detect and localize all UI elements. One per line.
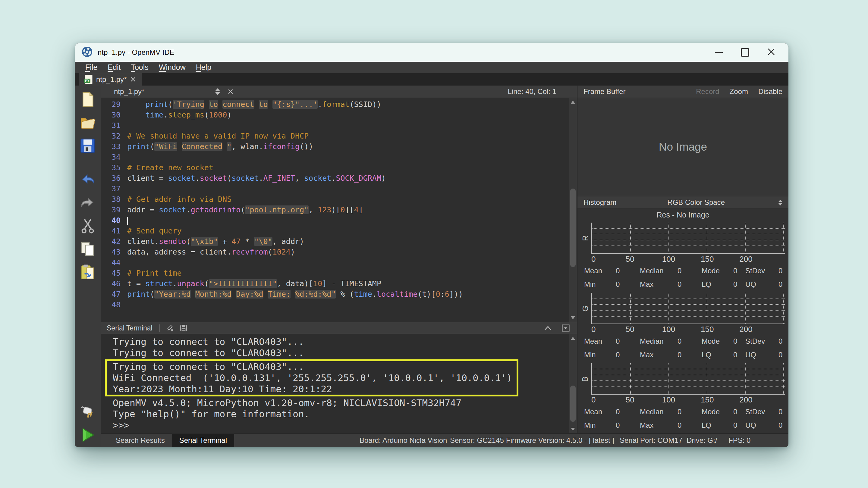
code-line-44[interactable]: 44 — [101, 257, 577, 268]
code-line-35[interactable]: 35# Create new socket — [101, 162, 577, 173]
zoom-button[interactable]: Zoom — [730, 87, 748, 96]
record-button: Record — [696, 87, 719, 96]
clear-terminal-icon[interactable] — [166, 324, 174, 332]
histogram-channel-b: B050100150200Mean0Median0Mode0StDev0Min0… — [579, 361, 786, 432]
disable-button[interactable]: Disable — [758, 87, 782, 96]
scroll-up-icon[interactable] — [571, 337, 575, 340]
undo-icon[interactable] — [79, 171, 96, 188]
cursor-position: Line: 40, Col: 1 — [508, 87, 556, 96]
no-image-placeholder: No Image — [659, 141, 707, 153]
code-line-41[interactable]: 41# Send query — [101, 226, 577, 236]
channel-plot-b — [591, 363, 785, 395]
code-line-42[interactable]: 42client.sendto("\x1b" + 47 * "\0", addr… — [101, 236, 577, 247]
editor-scroll-thumb[interactable] — [570, 189, 576, 267]
channel-axis-ticks: 050100150200 — [591, 254, 786, 264]
line-number: 34 — [101, 152, 121, 162]
terminal-scrollbar[interactable] — [569, 334, 577, 433]
paste-icon[interactable] — [79, 264, 96, 281]
channel-axis-ticks: 050100150200 — [591, 324, 786, 334]
code-line-48[interactable]: 48 — [101, 299, 577, 310]
terminal-line: Year:2023 Month:11 Day:10 Time: 20:1:22 — [107, 384, 517, 395]
code-line-34[interactable]: 34 — [101, 152, 577, 162]
editor-close-icon[interactable] — [228, 89, 233, 94]
terminal-lines: Trying to connect to "CLARO403"...Trying… — [105, 336, 568, 431]
terminal-highlight-box: Trying to connect to "CLARO403"...WiFi C… — [105, 359, 518, 396]
status-field-firmware-version: Firmware Version: 4.5.0 - [ latest ] — [506, 434, 614, 447]
collapse-terminal-icon[interactable] — [544, 326, 552, 330]
code-line-47[interactable]: 47print("Year:%d Month:%d Day:%d Time: %… — [101, 289, 577, 299]
frame-buffer-view: No Image — [578, 98, 788, 196]
code-area[interactable]: 29 print('Trying to connect to "{:s}"...… — [101, 98, 577, 322]
code-text: print("WiFi Connected ", wlan.ifconfig()… — [121, 141, 313, 152]
close-button[interactable] — [767, 48, 775, 57]
scroll-down-icon[interactable] — [571, 428, 575, 431]
scroll-up-icon[interactable] — [571, 101, 575, 104]
code-text: # We should have a valid IP now via DHCP — [121, 131, 309, 141]
code-text: addr = socket.getaddrinfo("pool.ntp.org"… — [121, 204, 363, 215]
code-text: # Get addr info via DNS — [121, 194, 231, 204]
editor-scrollbar[interactable] — [569, 98, 577, 322]
code-line-40[interactable]: 40 — [101, 215, 577, 226]
terminal-line: WiFi Connected ('10.0.0.131', '255.255.2… — [107, 372, 517, 384]
popout-terminal-icon[interactable] — [562, 324, 569, 332]
save-log-icon[interactable] — [180, 324, 187, 332]
status-field-fps: FPS: 0 — [728, 434, 750, 447]
code-line-30[interactable]: 30 time.sleep_ms(1000) — [101, 110, 577, 120]
code-line-33[interactable]: 33print("WiFi Connected ", wlan.ifconfig… — [101, 141, 577, 152]
code-line-39[interactable]: 39addr = socket.getaddrinfo("pool.ntp.or… — [101, 204, 577, 215]
serial-terminal-title: Serial Terminal — [107, 324, 153, 332]
code-line-31[interactable]: 31 — [101, 120, 577, 131]
maximize-button[interactable] — [741, 48, 749, 57]
tab-close-icon[interactable] — [130, 77, 135, 82]
open-folder-icon[interactable] — [79, 114, 96, 131]
new-file-icon[interactable] — [79, 91, 96, 108]
tab-label: ntp_1.py* — [96, 75, 127, 84]
line-number: 31 — [101, 120, 121, 131]
code-line-29[interactable]: 29 print('Trying to connect to "{:s}"...… — [101, 99, 577, 110]
minimize-button[interactable] — [715, 52, 723, 53]
code-text — [121, 120, 127, 131]
run-script-icon[interactable] — [79, 427, 96, 444]
menu-window[interactable]: Window — [154, 63, 191, 72]
channel-plot-r — [591, 223, 785, 254]
status-tab-serial-terminal[interactable]: Serial Terminal — [172, 434, 234, 447]
color-space-select[interactable]: RGB Color Space — [616, 198, 776, 207]
save-icon[interactable] — [79, 137, 96, 154]
histogram-header: Histogram RGB Color Space — [578, 196, 788, 209]
channel-plot-g — [591, 293, 785, 324]
title-bar[interactable]: ntp_1.py - OpenMV IDE — [75, 43, 788, 62]
cut-icon[interactable] — [79, 217, 96, 234]
code-line-32[interactable]: 32# We should have a valid IP now via DH… — [101, 131, 577, 141]
histogram-channel-r: R050100150200Mean0Median0Mode0StDev0Min0… — [579, 221, 786, 291]
openmv-logo-icon — [82, 46, 93, 59]
line-number: 35 — [101, 162, 121, 173]
serial-terminal-output[interactable]: Trying to connect to "CLARO403"...Trying… — [101, 334, 577, 433]
redo-icon[interactable] — [79, 194, 96, 211]
channel-label-g: G — [579, 293, 591, 324]
line-number: 38 — [101, 194, 121, 204]
menu-tools[interactable]: Tools — [126, 63, 153, 72]
color-space-dropdown-icon[interactable] — [778, 200, 782, 205]
scroll-down-icon[interactable] — [571, 316, 575, 319]
code-text — [121, 257, 127, 268]
connect-plug-icon[interactable] — [79, 403, 96, 420]
status-field-sensor: Sensor: GC2145 — [450, 434, 504, 447]
code-text — [121, 299, 127, 310]
code-line-37[interactable]: 37 — [101, 184, 577, 194]
copy-icon[interactable] — [79, 240, 96, 257]
menu-help[interactable]: Help — [191, 63, 216, 72]
code-line-46[interactable]: 46t = struct.unpack(">IIIIIIIIIIII", dat… — [101, 278, 577, 289]
channel-stats-row: Mean0Median0Mode0StDev0 — [579, 334, 786, 348]
editor-document-name[interactable]: ntp_1.py* — [114, 87, 215, 96]
code-line-43[interactable]: 43data, address = client.recvfrom(1024) — [101, 247, 577, 257]
document-switcher-icon[interactable] — [215, 88, 220, 95]
code-line-45[interactable]: 45# Print time — [101, 268, 577, 278]
code-line-38[interactable]: 38# Get addr info via DNS — [101, 194, 577, 204]
status-tab-search-results[interactable]: Search Results — [108, 434, 172, 447]
tab-ntp1py[interactable]: PY ntp_1.py* — [79, 73, 142, 86]
line-number: 44 — [101, 257, 121, 268]
terminal-scroll-thumb[interactable] — [570, 386, 576, 422]
menu-edit[interactable]: Edit — [102, 63, 126, 72]
code-line-36[interactable]: 36client = socket.socket(socket.AF_INET,… — [101, 173, 577, 184]
menu-file[interactable]: File — [80, 63, 102, 72]
